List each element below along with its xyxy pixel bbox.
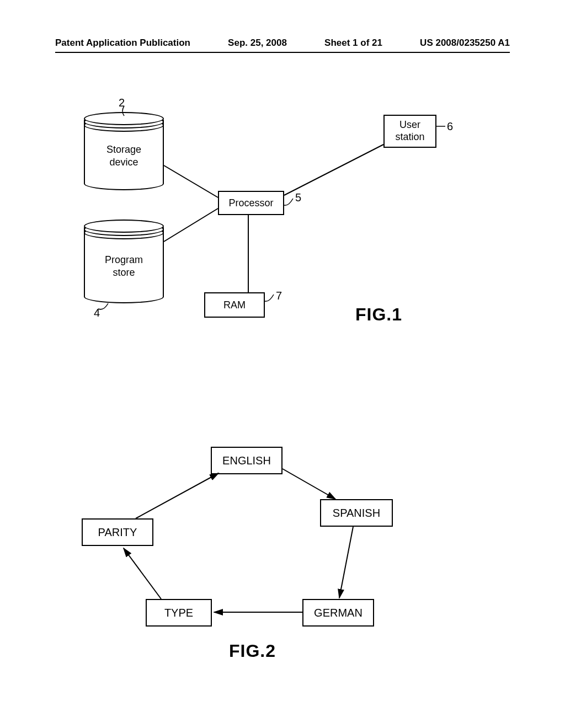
svg-line-9 xyxy=(124,548,161,599)
fig2-connectors xyxy=(0,0,565,728)
svg-line-6 xyxy=(282,469,335,499)
svg-line-7 xyxy=(339,527,353,598)
svg-line-5 xyxy=(136,473,218,518)
diagram-container: Storage device 2 Program store 4 Process… xyxy=(0,0,565,728)
